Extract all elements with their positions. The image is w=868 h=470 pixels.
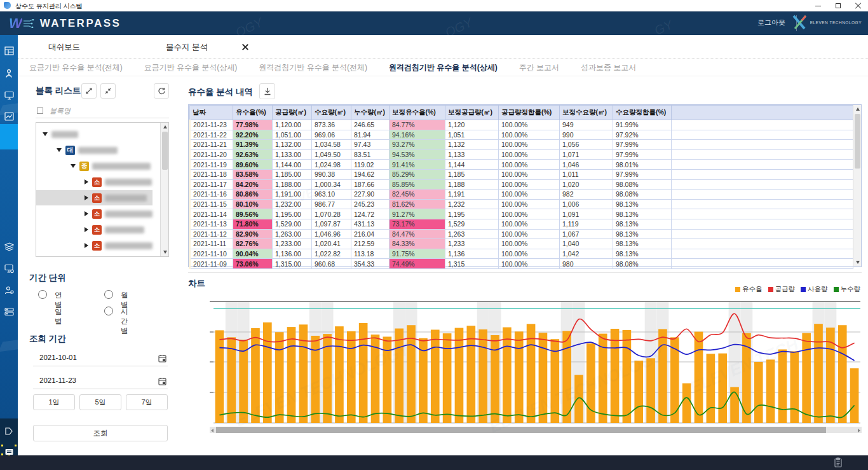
table-row[interactable]: 2021-11-1989.60%1,144.001,024.98119.0291… [190, 160, 853, 170]
bar-2021-11-07[interactable] [658, 329, 667, 423]
bar-2021-10-16[interactable] [395, 328, 403, 423]
bar-2021-10-26[interactable] [515, 331, 524, 423]
bar-2021-11-11[interactable] [707, 354, 715, 423]
subtab-0[interactable]: 요금기반 유수율 분석(전체) [29, 62, 123, 73]
bar-2021-11-22[interactable] [838, 325, 847, 423]
table-row[interactable]: 2021-11-2191.39%1,132.001,034.5897.4393.… [190, 140, 853, 150]
bar-2021-10-23[interactable] [478, 329, 487, 423]
quick-button-1일[interactable]: 1일 [33, 394, 75, 410]
subtab-1[interactable]: 요금기반 유수율 분석(상세) [144, 62, 238, 73]
bar-2021-11-15[interactable] [754, 362, 763, 423]
calendar-icon[interactable] [158, 377, 166, 388]
collapse-arrow-icon[interactable] [71, 164, 76, 168]
maximize-button[interactable] [829, 0, 848, 11]
bar-2021-11-10[interactable] [695, 332, 703, 423]
expand-arrow-icon[interactable] [85, 211, 88, 216]
bar-2021-10-20[interactable] [443, 333, 452, 423]
calendar-icon[interactable] [158, 354, 166, 365]
radio-월별[interactable] [104, 290, 113, 299]
tree-node[interactable]: 소 [36, 254, 153, 257]
bar-2021-11-23[interactable] [850, 368, 859, 423]
bar-2021-11-06[interactable] [646, 358, 655, 423]
tree-node[interactable]: 소 [36, 238, 153, 253]
bar-2021-10-02[interactable] [227, 337, 236, 423]
bar-2021-10-08[interactable] [299, 324, 308, 423]
radio-label[interactable]: 일별 [55, 307, 62, 326]
subtab-3[interactable]: 원격검침기반 유수율 분석(상세) [389, 62, 498, 73]
tree-node[interactable]: 중 [36, 158, 153, 174]
bar-2021-10-24[interactable] [491, 335, 499, 423]
table-row[interactable]: 2021-11-1883.58%1,185.00990.38194.6285.2… [190, 169, 853, 179]
table-row[interactable]: 2021-11-1090.04%1,136.001,022.82113.1891… [190, 249, 853, 259]
subtab-2[interactable]: 원격검침기반 유수율 분석(전체) [259, 62, 367, 73]
bar-2021-10-11[interactable] [335, 326, 344, 423]
expand-arrow-icon[interactable] [85, 195, 88, 200]
bar-2021-11-16[interactable] [766, 359, 775, 423]
bar-2021-11-09[interactable] [682, 384, 691, 423]
expand-arrow-icon[interactable] [85, 227, 88, 232]
chart-scrollbar[interactable] [210, 427, 862, 433]
tab-dashboard[interactable]: 대쉬보드 [48, 42, 80, 53]
start-date-field[interactable]: 2021-10-01 [33, 351, 168, 366]
bar-2021-10-07[interactable] [287, 327, 296, 423]
table-row[interactable]: 2021-11-1489.56%1,195.001,070.28124.7291… [190, 209, 853, 219]
column-header[interactable]: 보정유수율(%) [390, 106, 445, 120]
subtab-5[interactable]: 성과보증 보고서 [581, 62, 636, 73]
expand-arrow-icon[interactable] [85, 179, 88, 184]
table-row[interactable]: 2021-11-1282.90%1,263.001,046.96216.0484… [190, 229, 853, 239]
collapse-arrow-icon[interactable] [57, 148, 62, 152]
tree-node[interactable]: 소 [36, 190, 153, 205]
display-settings-icon[interactable] [0, 259, 18, 278]
tree-node[interactable]: 소 [36, 222, 153, 237]
scroll-right-icon[interactable] [858, 429, 860, 432]
column-header[interactable]: 수요량(㎥) [312, 106, 351, 120]
radio-label[interactable]: 시간별 [121, 307, 128, 336]
tab-water-balance[interactable]: 물수지 분석 [166, 42, 208, 53]
tree-node[interactable]: 대 [36, 142, 153, 158]
bar-2021-10-21[interactable] [455, 328, 464, 423]
bar-2021-10-01[interactable] [215, 330, 224, 423]
subtab-4[interactable]: 주간 보고서 [519, 62, 559, 73]
download-button[interactable] [259, 83, 275, 99]
minimize-button[interactable] [808, 0, 827, 11]
bar-2021-10-12[interactable] [347, 331, 356, 423]
table-row[interactable]: 2021-11-2092.63%1,133.001,049.5083.5194.… [190, 149, 853, 160]
tree-node[interactable]: 소 [36, 206, 153, 221]
station-icon[interactable] [0, 64, 18, 83]
close-button[interactable] [849, 0, 868, 11]
logout-button[interactable]: 로그아웃 [757, 18, 785, 27]
search-button[interactable]: 조회 [33, 425, 168, 441]
bar-2021-11-18[interactable] [790, 351, 799, 423]
table-row[interactable]: 2021-11-2377.98%1,120.00873.36246.6584.7… [190, 120, 853, 130]
bar-2021-11-12[interactable] [718, 354, 727, 423]
bar-2021-10-25[interactable] [503, 328, 512, 423]
refresh-button[interactable] [154, 83, 169, 99]
bar-2021-10-28[interactable] [539, 333, 548, 423]
bar-2021-10-22[interactable] [466, 326, 475, 423]
table-row[interactable]: 2021-11-1182.76%1,233.001,020.41212.5984… [190, 239, 853, 249]
tree-node[interactable] [36, 127, 153, 142]
end-date-field[interactable]: 2021-11-23 [33, 374, 168, 389]
table-scrollbar[interactable] [853, 105, 861, 266]
chart-scrollbar-thumb[interactable] [216, 427, 826, 433]
bar-2021-11-04[interactable] [623, 330, 632, 423]
tree-scrollbar[interactable] [160, 123, 168, 256]
tag-icon[interactable] [0, 422, 18, 441]
bar-2021-10-17[interactable] [407, 325, 416, 423]
bar-2021-10-19[interactable] [431, 329, 440, 423]
table-row[interactable]: 2021-11-1680.86%1,191.00963.10227.9082.4… [190, 190, 853, 200]
table-row[interactable]: 2021-11-1580.10%1,232.00986.77245.2381.6… [190, 199, 853, 209]
layers-icon[interactable] [0, 237, 18, 256]
bar-2021-11-03[interactable] [611, 329, 620, 423]
column-header[interactable]: 공급량정합률(%) [499, 106, 560, 120]
column-header[interactable]: 공급량(㎥) [273, 106, 312, 120]
bar-2021-10-06[interactable] [275, 332, 284, 423]
scroll-left-icon[interactable] [211, 429, 214, 432]
bar-2021-11-19[interactable] [802, 333, 811, 423]
table-row[interactable]: 2021-11-1784.20%1,188.001,000.34187.6685… [190, 179, 853, 190]
block-search-checkbox[interactable] [37, 107, 43, 114]
server-icon[interactable] [0, 302, 18, 321]
table-row[interactable]: 2021-11-1371.80%1,529.001,097.87431.1373… [190, 219, 853, 229]
bar-2021-11-17[interactable] [778, 349, 787, 423]
bar-2021-10-05[interactable] [263, 322, 272, 423]
